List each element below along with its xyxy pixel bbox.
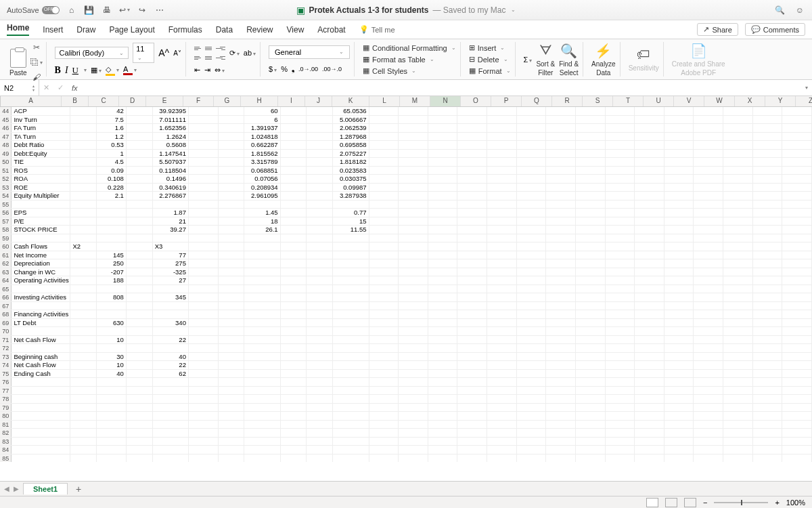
cell[interactable] [576,293,606,301]
cell[interactable] [281,158,307,166]
cell[interactable] [635,167,664,175]
cell[interactable]: 188 [97,276,127,284]
tab-page-layout[interactable]: Page Layout [109,25,154,35]
row-header[interactable]: 69 [0,319,12,327]
cell[interactable]: 60 [244,107,280,115]
cell[interactable] [635,217,664,226]
cell[interactable] [244,378,280,386]
col-header-S[interactable]: S [583,96,613,106]
cell[interactable] [694,259,723,268]
cell[interactable] [97,421,127,429]
cell[interactable] [753,133,783,141]
cell[interactable]: ACP [12,107,70,115]
cell[interactable] [127,438,153,446]
cell[interactable] [576,395,606,403]
cell[interactable] [127,412,153,420]
cell[interactable] [664,192,694,200]
cell[interactable] [694,141,723,149]
cell[interactable] [457,184,487,192]
cell-styles-button[interactable]: ▦ Cell Styles⌄ [363,66,456,75]
cell[interactable] [753,167,783,175]
cell[interactable] [244,429,280,437]
cell[interactable] [219,268,245,276]
page-layout-view-icon[interactable] [665,498,677,507]
cell[interactable]: 39.27 [153,226,189,234]
cell[interactable] [694,327,723,335]
cell[interactable] [369,116,399,124]
cell[interactable] [189,251,219,259]
cell[interactable] [723,167,753,175]
cell[interactable] [70,175,97,183]
cell[interactable] [635,319,664,327]
cell[interactable] [457,124,487,132]
cell[interactable] [219,234,245,242]
cell[interactable]: 0.5608 [153,141,189,149]
zoom-in-button[interactable]: + [775,499,779,507]
cell[interactable] [635,454,664,463]
cell[interactable] [457,107,487,115]
cell[interactable] [694,133,723,141]
cell[interactable] [487,251,517,259]
cell[interactable] [723,370,753,378]
row-header[interactable]: 82 [0,429,12,437]
cell[interactable] [428,124,458,132]
cell[interactable] [428,353,458,361]
cell[interactable] [782,116,812,124]
cell[interactable] [70,421,97,429]
sheet-tab[interactable]: Sheet1 [23,483,68,494]
cell[interactable] [723,133,753,141]
cell[interactable] [428,293,458,301]
cell[interactable] [694,209,723,217]
cell[interactable] [244,387,280,395]
cell[interactable]: 40 [153,353,189,361]
cell[interactable] [369,242,399,251]
cell[interactable] [694,268,723,276]
cell[interactable] [723,259,753,268]
cell[interactable] [70,378,97,386]
cell[interactable] [517,133,547,141]
cell[interactable] [723,421,753,429]
zoom-level[interactable]: 100% [786,499,805,507]
autosum-icon[interactable]: Σ▾ [524,56,533,64]
cell[interactable] [546,217,576,226]
cell[interactable] [487,175,517,183]
cell[interactable]: Net Cash Flow [12,336,70,344]
cell[interactable] [127,175,153,183]
cell[interactable] [153,344,189,352]
cell[interactable] [127,421,153,429]
cell[interactable] [546,387,576,395]
cell[interactable]: Net Income [12,251,70,259]
cell[interactable] [753,361,783,369]
cell[interactable]: 1.815562 [244,150,280,158]
cell[interactable] [664,361,694,369]
cell[interactable] [70,446,97,454]
cell[interactable] [782,327,812,335]
cell[interactable] [723,395,753,403]
cell[interactable] [127,158,153,166]
cell[interactable] [219,404,245,412]
cell[interactable] [782,175,812,183]
cell[interactable] [219,200,245,209]
cell[interactable] [576,200,606,209]
cell[interactable] [753,370,783,378]
cell[interactable] [664,285,694,293]
cell[interactable] [127,226,153,234]
cell[interactable] [369,167,399,175]
cell[interactable]: 808 [97,293,127,301]
cell[interactable] [333,454,369,463]
cell[interactable] [694,167,723,175]
row-header[interactable]: 51 [0,167,12,175]
cell[interactable] [664,107,694,115]
cell[interactable] [635,344,664,352]
cell[interactable] [333,310,369,318]
cell[interactable] [244,344,280,352]
cell[interactable] [12,454,70,463]
sensitivity-button[interactable]: 🏷Sensitivity [629,47,659,72]
cell[interactable] [70,404,97,412]
cell[interactable] [399,336,428,344]
cell[interactable] [753,378,783,386]
cell[interactable] [664,327,694,335]
cell[interactable] [723,124,753,132]
cell[interactable] [517,421,547,429]
cell[interactable] [281,387,307,395]
